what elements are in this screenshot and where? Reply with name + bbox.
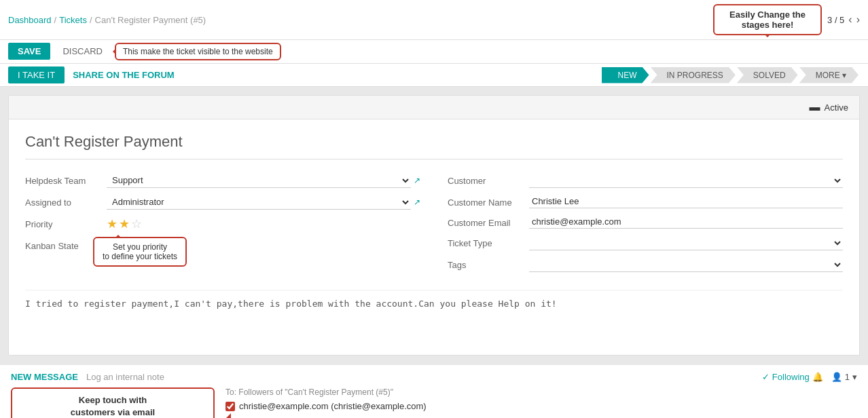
stage-bar: I TAKE IT SHARE ON THE FORUM NEW IN PROG…: [0, 64, 868, 87]
chatter-left: NEW MESSAGE Log an internal note: [11, 372, 164, 382]
customer-email-label: Customer Email: [448, 215, 522, 228]
active-label: Active: [825, 102, 848, 113]
star-1[interactable]: ★: [107, 216, 117, 231]
new-message-button[interactable]: NEW MESSAGE: [11, 372, 78, 382]
tags-value: [529, 257, 843, 272]
followers-button[interactable]: 👤 1 ▾: [831, 372, 857, 382]
star-2[interactable]: ★: [119, 216, 130, 231]
form-card-body: Can't Register Payment Helpdesk Team Sup…: [9, 119, 859, 355]
description-textarea[interactable]: I tried to register payment,I can't pay,…: [25, 299, 843, 339]
description-area: I tried to register payment,I can't pay,…: [25, 290, 843, 341]
following-label: Following: [772, 372, 810, 382]
form-col-right: Customer Customer Name Customer Email: [448, 173, 843, 279]
email-callout: Keep touch withcustomers via email: [11, 387, 215, 418]
right-nav: Easily Change the stages here! 3 / 5 ‹ ›: [713, 4, 860, 35]
follower-email: christie@example.com (christie@example.c…: [239, 401, 427, 411]
form-grid: Helpdesk Team Support ↗ Assigned to: [25, 173, 843, 279]
chevron-down-icon: ▾: [852, 372, 857, 382]
helpdesk-team-label: Helpdesk Team: [25, 173, 100, 186]
chatter-right: ✓ Following 🔔 👤 1 ▾: [762, 372, 857, 382]
followers-count: 1: [845, 372, 850, 382]
main-content: ▬ Active Can't Register Payment Helpdesk…: [0, 87, 868, 364]
active-badge: ▬ Active: [810, 101, 848, 113]
action-left: SAVE DISCARD This make the ticket visibl…: [8, 43, 281, 60]
save-button[interactable]: SAVE: [8, 43, 50, 60]
bell-icon: 🔔: [812, 372, 823, 382]
ticket-title: Can't Register Payment: [25, 133, 843, 159]
stages-callout: Easily Change the stages here!: [713, 4, 822, 35]
ticket-type-select[interactable]: [529, 235, 843, 250]
chatter-actions: NEW MESSAGE Log an internal note ✓ Follo…: [11, 372, 857, 382]
customer-email-input[interactable]: [529, 215, 843, 229]
stage-left: I TAKE IT SHARE ON THE FORUM: [8, 66, 175, 83]
stage-new[interactable]: NEW: [602, 67, 649, 83]
star-3[interactable]: ☆: [131, 216, 142, 231]
to-line: To: Followers of "Can't Register Payment…: [225, 387, 857, 397]
people-icon: 👤: [831, 372, 842, 382]
tags-select[interactable]: [529, 257, 843, 272]
email-area: Keep touch withcustomers via email To: F…: [11, 387, 857, 418]
ticket-type-row: Ticket Type: [448, 235, 843, 250]
form-col-left: Helpdesk Team Support ↗ Assigned to: [25, 173, 420, 279]
customer-name-label: Customer Name: [448, 195, 522, 208]
customer-name-row: Customer Name: [448, 195, 843, 208]
chatter: NEW MESSAGE Log an internal note ✓ Follo…: [0, 364, 868, 418]
archive-icon: ▬: [810, 101, 820, 113]
priority-callout: Set you priorityto define your tickets: [93, 237, 187, 267]
kanban-row: Kanban State: [25, 238, 420, 251]
breadcrumb-dashboard[interactable]: Dashboard: [8, 15, 52, 25]
priority-row: Priority ★ ★ ☆ Set you priorityto define…: [25, 216, 420, 231]
customer-select[interactable]: [529, 173, 843, 188]
check-icon: ✓: [762, 372, 770, 382]
stars[interactable]: ★ ★ ☆: [107, 216, 142, 231]
assigned-to-select[interactable]: Administrator: [107, 195, 411, 210]
priority-label: Priority: [25, 216, 100, 229]
stage-solved[interactable]: SOLVED: [737, 67, 798, 83]
customer-email-row: Customer Email: [448, 215, 843, 229]
priority-wrapper: ★ ★ ☆ Set you priorityto define your tic…: [107, 216, 142, 231]
helpdesk-team-ext-link[interactable]: ↗: [414, 176, 420, 185]
assigned-to-label: Assigned to: [25, 195, 100, 208]
customer-value: [529, 173, 843, 188]
assigned-to-wrapper: Administrator ↗: [107, 195, 420, 210]
page-nav: 3 / 5 ‹ ›: [827, 14, 860, 26]
stage-more[interactable]: MORE ▾: [799, 67, 858, 83]
assigned-to-ext-link[interactable]: ↗: [414, 197, 420, 207]
breadcrumb-current: Can't Register Payment (#5): [95, 15, 206, 25]
customer-label: Customer: [448, 173, 522, 186]
follower-checkbox[interactable]: [225, 402, 235, 411]
stage-pipeline: NEW IN PROGRESS SOLVED MORE ▾: [602, 67, 861, 83]
page-indicator: 3 / 5: [827, 15, 844, 25]
breadcrumb-tickets[interactable]: Tickets: [59, 15, 87, 25]
stage-in-progress[interactable]: IN PROGRESS: [651, 67, 736, 83]
log-note-button[interactable]: Log an internal note: [86, 372, 164, 382]
kanban-label: Kanban State: [25, 238, 100, 251]
share-button[interactable]: SHARE ON THE FORUM: [73, 70, 175, 80]
helpdesk-team-select[interactable]: Support: [107, 173, 411, 188]
following-button[interactable]: ✓ Following 🔔: [762, 372, 823, 382]
take-it-button[interactable]: I TAKE IT: [8, 66, 65, 83]
tags-row: Tags: [448, 257, 843, 272]
helpdesk-team-wrapper: Support ↗: [107, 173, 420, 188]
breadcrumb: Dashboard / Tickets / Can't Register Pay…: [8, 15, 206, 25]
discard-button[interactable]: DISCARD: [56, 43, 109, 60]
visibility-tooltip: This make the ticket visible to the webs…: [115, 43, 281, 60]
action-bar: SAVE DISCARD This make the ticket visibl…: [0, 40, 868, 64]
prev-page-button[interactable]: ‹: [848, 14, 852, 26]
customer-name-input[interactable]: [529, 195, 843, 208]
customer-row: Customer: [448, 173, 843, 188]
ticket-type-label: Ticket Type: [448, 235, 522, 248]
customer-email-value: [529, 215, 843, 229]
email-content: To: Followers of "Can't Register Payment…: [225, 387, 857, 411]
form-card-header: ▬ Active: [9, 96, 859, 119]
follower-check: christie@example.com (christie@example.c…: [225, 401, 857, 411]
ticket-type-value: [529, 235, 843, 250]
form-card: ▬ Active Can't Register Payment Helpdesk…: [8, 95, 860, 356]
customer-name-value: [529, 195, 843, 208]
next-page-button[interactable]: ›: [856, 14, 860, 26]
helpdesk-team-row: Helpdesk Team Support ↗: [25, 173, 420, 188]
top-bar: Dashboard / Tickets / Can't Register Pay…: [0, 0, 868, 40]
tags-label: Tags: [448, 257, 522, 270]
email-callout-wrapper: Keep touch withcustomers via email: [11, 387, 215, 418]
assigned-to-row: Assigned to Administrator ↗: [25, 195, 420, 210]
